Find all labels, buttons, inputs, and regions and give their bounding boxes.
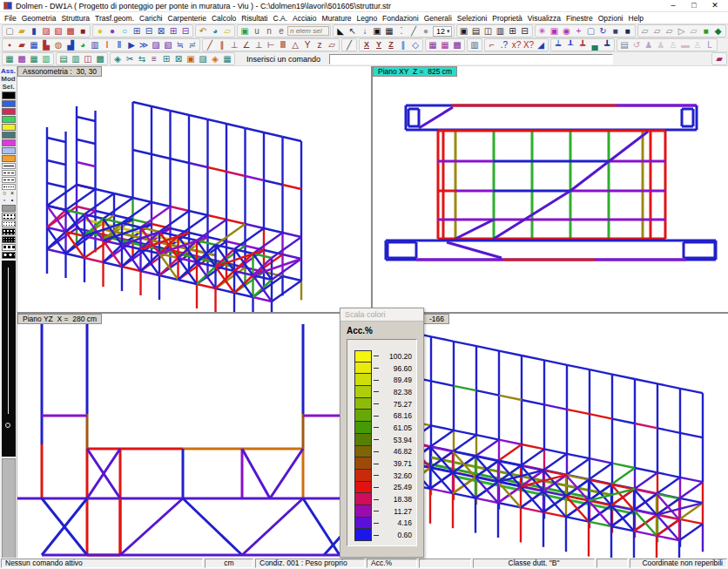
- extend-icon[interactable]: ⇆: [136, 53, 148, 64]
- perspective-view-icon[interactable]: ▷: [676, 25, 688, 37]
- dot-marker-icon[interactable]: •: [11, 197, 13, 204]
- render-solid-icon[interactable]: ●: [94, 25, 106, 37]
- menu-item-help[interactable]: Help: [626, 14, 646, 23]
- level-1-icon[interactable]: ≒: [174, 39, 186, 51]
- color-swatch[interactable]: [2, 91, 16, 99]
- command-input[interactable]: [329, 54, 613, 64]
- show-node-numbers-icon[interactable]: ⊞: [131, 25, 143, 37]
- cross-marker-icon[interactable]: ×: [10, 190, 14, 197]
- ca-tool-1-icon[interactable]: ▤: [618, 39, 630, 51]
- menu-item-finestre[interactable]: Finestre: [563, 14, 596, 23]
- menu-item-selezioni[interactable]: Selezioni: [455, 14, 490, 23]
- pick-down-icon[interactable]: ↓: [359, 25, 371, 37]
- triple-line-icon[interactable]: Ⅲ: [277, 39, 289, 51]
- fill-pattern-button[interactable]: [2, 220, 16, 227]
- snap-grid-2-icon[interactable]: ▦: [439, 39, 451, 51]
- eraser-icon[interactable]: ▰: [713, 53, 725, 64]
- y-ref-icon[interactable]: Y: [301, 39, 313, 51]
- select-filter-icon[interactable]: ◣: [334, 25, 347, 37]
- fill-pattern-button[interactable]: [2, 236, 16, 243]
- distance-icon[interactable]: ⊢: [265, 39, 277, 51]
- fence-select-icon[interactable]: ▣: [371, 25, 383, 37]
- z-ref-icon[interactable]: z: [313, 39, 326, 51]
- midpoint-icon[interactable]: ⊥: [253, 39, 265, 51]
- menu-item-opzioni[interactable]: Opzioni: [596, 14, 626, 23]
- window-vertical-icon[interactable]: ◫: [482, 25, 495, 37]
- fill-pattern-button[interactable]: [2, 228, 16, 235]
- block-icon[interactable]: ■: [77, 25, 89, 37]
- point-size-icon[interactable]: ●: [420, 25, 432, 37]
- minimize-button[interactable]: –: [664, 0, 683, 11]
- parallel-lock-icon[interactable]: ∥: [397, 39, 409, 51]
- line-width-icon[interactable]: ╱: [408, 25, 420, 37]
- add-section-icon[interactable]: ▥: [89, 39, 101, 51]
- query-node-icon[interactable]: .?: [498, 39, 510, 51]
- menu-item-file[interactable]: File: [2, 14, 19, 23]
- menu-item-propriet[interactable]: Proprietà: [489, 14, 525, 23]
- hatch-2-icon[interactable]: ▧: [162, 39, 174, 51]
- menu-item-calcolo[interactable]: Calcolo: [209, 14, 239, 23]
- free-line-icon[interactable]: ╱: [343, 39, 355, 51]
- fill-pattern-button[interactable]: [2, 213, 16, 220]
- ca-tool-3-icon[interactable]: ♟: [643, 39, 655, 51]
- i-beam-2-icon[interactable]: Ⅱ: [113, 39, 125, 51]
- support-fixed-icon[interactable]: ┷: [552, 39, 564, 51]
- offset-1-icon[interactable]: ▶: [125, 39, 138, 51]
- snap-grid-1-icon[interactable]: ▦: [427, 39, 439, 51]
- perpendicular-icon[interactable]: ⊥: [228, 39, 240, 51]
- close-button[interactable]: ✕: [705, 0, 725, 11]
- render-shaded-icon[interactable]: ●: [106, 25, 118, 37]
- show-plate-numbers-icon[interactable]: ⊠: [155, 25, 167, 37]
- shade-on-icon[interactable]: ■: [700, 25, 712, 37]
- angle-icon[interactable]: ∠: [240, 39, 253, 51]
- ca-tool-8-icon[interactable]: L: [704, 39, 716, 51]
- support-pinned-icon[interactable]: ┸: [564, 39, 576, 51]
- menu-item-legno[interactable]: Legno: [354, 14, 380, 23]
- union-selection-icon[interactable]: u: [251, 25, 263, 37]
- zoom-window-icon[interactable]: ▣: [549, 25, 561, 37]
- window-four-icon[interactable]: ⊞: [507, 25, 519, 37]
- zoom-previous-icon[interactable]: ▢: [585, 25, 597, 37]
- maximize-button[interactable]: □: [684, 0, 704, 11]
- circle-marker-icon[interactable]: ○: [3, 190, 6, 197]
- window-three-icon[interactable]: ▥: [495, 25, 507, 37]
- triangle-snap-icon[interactable]: △: [289, 39, 301, 51]
- rotate-view-icon[interactable]: ↻: [597, 25, 610, 37]
- zoom-slider[interactable]: [2, 261, 16, 457]
- window-horizontal-icon[interactable]: ▤: [470, 25, 482, 37]
- join-icon[interactable]: ⊞: [160, 53, 172, 64]
- color-swatch[interactable]: [2, 108, 16, 115]
- merge-model-icon[interactable]: ▩: [64, 25, 77, 37]
- menu-item-risultati[interactable]: Risultati: [239, 14, 270, 23]
- rotate-array-icon[interactable]: ▩: [94, 53, 106, 64]
- menu-item-acciaio[interactable]: Acciaio: [290, 14, 319, 23]
- trim-icon[interactable]: ✂: [124, 53, 136, 64]
- query-beam-icon[interactable]: x?: [510, 39, 522, 51]
- i-beam-1-icon[interactable]: Ⅰ: [101, 39, 113, 51]
- move-array-icon[interactable]: ▥: [70, 53, 82, 64]
- handle-size-icon[interactable]: ⁚: [395, 25, 408, 37]
- z-lock-icon[interactable]: Z: [385, 39, 397, 51]
- pan-icon[interactable]: +: [573, 25, 585, 37]
- menu-item-generali[interactable]: Generali: [421, 14, 455, 23]
- sidebar-label-ass[interactable]: Ass.: [1, 67, 16, 75]
- menu-item-fondazioni[interactable]: Fondazioni: [380, 14, 421, 23]
- open-folder-icon[interactable]: ▰: [16, 25, 28, 37]
- foundation-icon[interactable]: ┻: [601, 39, 613, 51]
- axono-view-3-icon[interactable]: ▱: [664, 25, 676, 37]
- undo-icon[interactable]: ↶: [197, 25, 209, 37]
- menu-item-visualizza[interactable]: Visualizza: [525, 14, 563, 23]
- zoom-extents-icon[interactable]: ✳: [536, 25, 549, 37]
- check-icon[interactable]: ◈: [209, 53, 221, 64]
- axono-view-1-icon[interactable]: ▱: [639, 25, 651, 37]
- mirror-icon[interactable]: ◫: [82, 53, 94, 64]
- clip-plane-icon[interactable]: ▱: [688, 25, 700, 37]
- export-dxf-icon[interactable]: ▱: [221, 25, 233, 37]
- menu-item-carpenterie[interactable]: Carpenterie: [165, 14, 209, 23]
- axono-view-2-icon[interactable]: ▱: [651, 25, 664, 37]
- snap-grid-3-icon[interactable]: ▩: [451, 39, 463, 51]
- color-swatch[interactable]: [2, 116, 16, 123]
- export-model-icon[interactable]: ▧: [52, 25, 64, 37]
- break-icon[interactable]: ⊠: [172, 53, 185, 64]
- ca-tool-7-icon[interactable]: ♙: [691, 39, 704, 51]
